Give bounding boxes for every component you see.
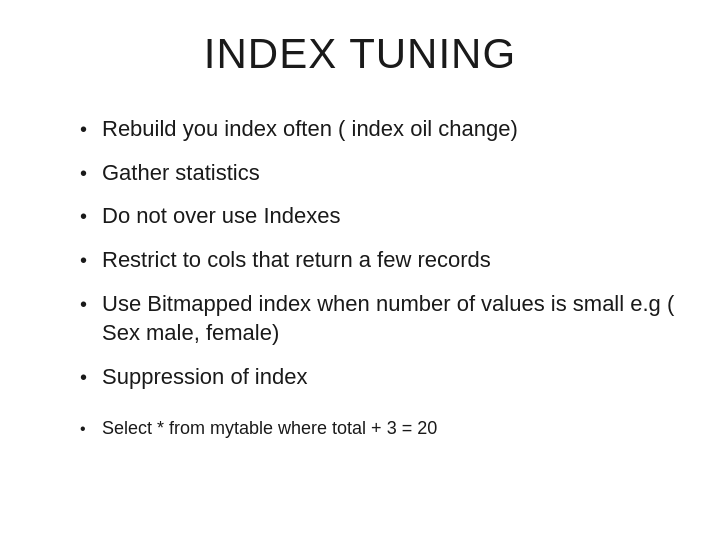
list-item: • Gather statistics [80,158,680,188]
list-item-text: Restrict to cols that return a few recor… [102,245,491,275]
list-item-text: Gather statistics [102,158,260,188]
sub-list-item-text: Select * from mytable where total + 3 = … [102,416,437,440]
list-item-text: Use Bitmapped index when number of value… [102,289,680,348]
list-item: • Use Bitmapped index when number of val… [80,289,680,348]
bullet-dot: • [80,247,102,274]
sub-list-item: • Select * from mytable where total + 3 … [80,416,680,440]
list-item: • Restrict to cols that return a few rec… [80,245,680,275]
bullet-dot: • [80,203,102,230]
list-item: • Suppression of index [80,362,680,392]
bullet-dot: • [80,291,102,318]
list-item-text: Suppression of index [102,362,307,392]
main-bullet-list: • Rebuild you index often ( index oil ch… [80,114,680,406]
sub-bullet-list: • Select * from mytable where total + 3 … [80,416,680,448]
bullet-dot: • [80,160,102,187]
list-item-text: Do not over use Indexes [102,201,340,231]
page-title: INDEX TUNING [60,30,660,78]
bullet-dot: • [80,116,102,143]
list-item-text: Rebuild you index often ( index oil chan… [102,114,518,144]
list-item: • Do not over use Indexes [80,201,680,231]
sub-bullet-dot: • [80,418,102,440]
bullet-dot: • [80,364,102,391]
list-item: • Rebuild you index often ( index oil ch… [80,114,680,144]
